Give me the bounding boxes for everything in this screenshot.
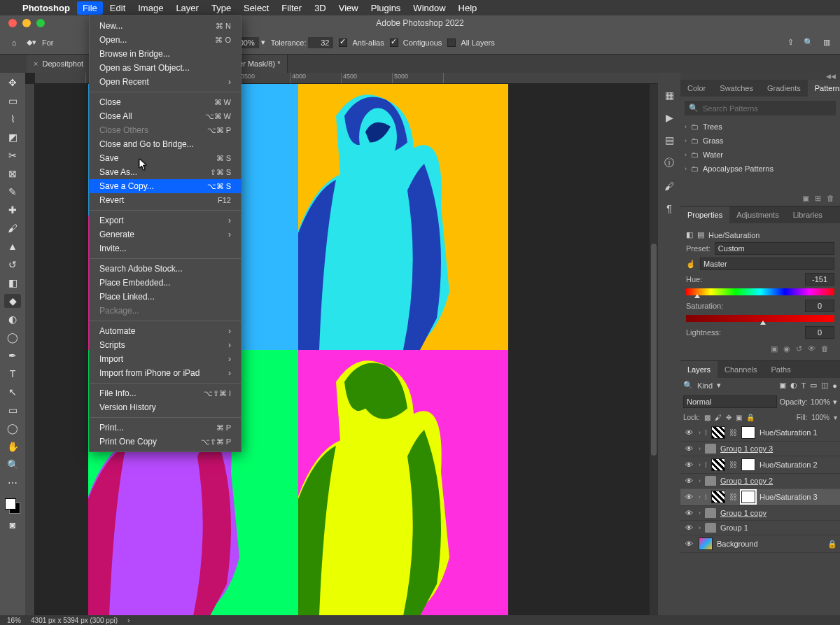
filter-shape-icon[interactable]: ▭ — [810, 381, 817, 390]
patterns-search-input[interactable] — [703, 104, 832, 113]
eyedropper-tool-icon[interactable]: ✎ — [4, 185, 21, 199]
menu-item-close-and-go-to-bridge[interactable]: Close and Go to Bridge... — [90, 137, 241, 151]
visibility-icon[interactable]: 👁 — [683, 444, 694, 453]
zoom-tool-icon[interactable]: 🔍 — [4, 458, 21, 472]
menubar-edit[interactable]: Edit — [110, 3, 125, 13]
workspace-icon[interactable]: ▥ — [823, 38, 830, 47]
visibility-icon[interactable]: 👁 — [683, 509, 694, 517]
menubar-image[interactable]: Image — [138, 3, 163, 13]
saturation-slider[interactable] — [686, 315, 834, 322]
menu-item-browse-in-bridge[interactable]: Browse in Bridge... — [90, 47, 241, 61]
antialias-checkbox[interactable] — [339, 38, 347, 47]
menu-item-new[interactable]: New...⌘ N — [90, 19, 241, 33]
layer-row[interactable]: 👁›Group 1 copy — [680, 506, 840, 521]
clip-icon[interactable]: ▣ — [771, 344, 778, 353]
new-group-icon[interactable]: ▣ — [802, 194, 809, 203]
tool-preset-icon[interactable]: ◆▾ — [27, 38, 36, 47]
visibility-icon[interactable]: 👁 — [683, 493, 694, 501]
layer-row[interactable]: 👁›Group 1 — [680, 521, 840, 535]
move-tool-icon[interactable]: ✥ — [4, 76, 21, 90]
layer-row[interactable]: 👁›𝄔⛓Hue/Saturation 3 — [680, 489, 840, 506]
pattern-folder[interactable]: ›🗀Apocalypse Patterns — [680, 162, 840, 176]
menu-item-import-from-iphone-or-ipad[interactable]: Import from iPhone or iPad — [90, 366, 241, 380]
finger-tool-icon[interactable]: ☝ — [686, 260, 696, 269]
window-minimize-icon[interactable] — [22, 19, 31, 27]
tab-libraries[interactable]: Libraries — [786, 206, 830, 223]
history-brush-tool-icon[interactable]: ↺ — [4, 258, 21, 272]
lock-brush-icon[interactable]: 🖌 — [715, 414, 722, 421]
tab-properties[interactable]: Properties — [680, 206, 729, 223]
fill-value[interactable]: 100% — [811, 414, 830, 421]
zoom-level[interactable]: 16% — [7, 617, 21, 624]
eraser-tool-icon[interactable]: ◧ — [4, 276, 21, 290]
hue-slider[interactable] — [686, 288, 834, 295]
filter-adj-icon[interactable]: ◐ — [790, 381, 797, 390]
menu-item-print-one-copy[interactable]: Print One Copy⌥⇧⌘ P — [90, 435, 241, 449]
filter-toggle-icon[interactable]: ● — [832, 381, 837, 390]
blur-tool-icon[interactable]: ◐ — [4, 312, 21, 326]
lightness-value[interactable]: 0 — [805, 326, 834, 339]
pattern-folder[interactable]: ›🗀Trees — [680, 120, 840, 134]
lock-artboard-icon[interactable]: ▣ — [736, 414, 742, 421]
pattern-folder[interactable]: ›🗀Water — [680, 148, 840, 162]
menubar-select[interactable]: Select — [244, 3, 269, 13]
paragraph-panel-icon[interactable]: ¶ — [666, 203, 672, 214]
bucket-tool-icon[interactable]: ◆ — [4, 294, 21, 308]
menubar-type[interactable]: Type — [211, 3, 231, 13]
ellipse-tool-icon[interactable]: ◯ — [4, 421, 21, 435]
visibility-icon[interactable]: 👁 — [808, 344, 816, 353]
window-zoom-icon[interactable] — [36, 19, 45, 27]
saturation-value[interactable]: 0 — [805, 300, 834, 312]
all-layers-checkbox[interactable] — [447, 38, 456, 47]
lasso-tool-icon[interactable]: ⌇ — [4, 112, 21, 126]
info-panel-icon[interactable]: ⓘ — [664, 157, 674, 169]
tab-layers[interactable]: Layers — [680, 361, 718, 378]
tab-channels[interactable]: Channels — [718, 361, 764, 378]
layer-row[interactable]: 👁›𝄔⛓Hue/Saturation 2 — [680, 456, 840, 474]
menu-item-import[interactable]: Import — [90, 352, 241, 366]
tab-gradients[interactable]: Gradients — [760, 80, 808, 97]
shape-tool-icon[interactable]: ▭ — [4, 403, 21, 417]
color-swatch[interactable] — [5, 498, 20, 514]
doc-info[interactable]: 4301 px x 5394 px (300 ppi) — [31, 617, 118, 624]
layer-row[interactable]: 👁›Group 1 copy 2 — [680, 474, 840, 489]
app-name[interactable]: Photoshop — [22, 3, 70, 13]
tab-swatches[interactable]: Swatches — [713, 80, 760, 97]
menu-item-open[interactable]: Open...⌘ O — [90, 33, 241, 47]
home-icon[interactable]: ⌂ — [7, 38, 21, 47]
menu-item-revert[interactable]: RevertF12 — [90, 193, 241, 207]
menu-item-save-as[interactable]: Save As...⇧⌘ S — [90, 165, 241, 179]
layer-row[interactable]: 👁Background🔒 — [680, 535, 840, 553]
tab-adjustments[interactable]: Adjustments — [729, 206, 786, 223]
tolerance-value[interactable]: 32 — [308, 37, 333, 48]
tab-color[interactable]: Color — [680, 80, 713, 97]
dodge-tool-icon[interactable]: ◯ — [4, 330, 21, 344]
layer-row[interactable]: 👁›Group 1 copy 3 — [680, 442, 840, 456]
tab-paths[interactable]: Paths — [764, 361, 798, 378]
brush-tool-icon[interactable]: 🖌 — [4, 221, 21, 235]
filter-smart-icon[interactable]: ◫ — [821, 381, 828, 390]
menu-item-place-linked[interactable]: Place Linked... — [90, 290, 241, 304]
menubar-window[interactable]: Window — [413, 3, 445, 13]
contiguous-checkbox[interactable] — [390, 38, 398, 47]
object-select-tool-icon[interactable]: ◩ — [4, 130, 21, 144]
new-pattern-icon[interactable]: ⊞ — [815, 194, 821, 203]
lock-position-icon[interactable]: ✥ — [726, 414, 732, 421]
cloud-share-icon[interactable]: ⇪ — [788, 38, 794, 47]
search-icon[interactable]: 🔍 — [804, 38, 813, 47]
layer-row[interactable]: 👁›𝄔⛓Hue/Saturation 1 — [680, 424, 840, 442]
marquee-tool-icon[interactable]: ▭ — [4, 94, 21, 108]
libraries-panel-icon[interactable]: ▤ — [665, 134, 674, 146]
delete-icon[interactable]: 🗑 — [827, 194, 834, 203]
menu-item-version-history[interactable]: Version History — [90, 400, 241, 414]
history-panel-icon[interactable]: ▦ — [665, 90, 674, 101]
brushes-panel-icon[interactable]: 🖌 — [664, 181, 674, 192]
quickmask-icon[interactable]: ◙ — [4, 518, 21, 532]
type-tool-icon[interactable]: T — [4, 367, 21, 381]
menu-item-invite[interactable]: Invite... — [90, 241, 241, 255]
reset-icon[interactable]: ↺ — [796, 344, 802, 353]
pen-tool-icon[interactable]: ✒ — [4, 349, 21, 363]
menu-item-scripts[interactable]: Scripts — [90, 338, 241, 352]
hand-tool-icon[interactable]: ✋ — [4, 440, 21, 454]
visibility-icon[interactable]: 👁 — [683, 428, 694, 437]
